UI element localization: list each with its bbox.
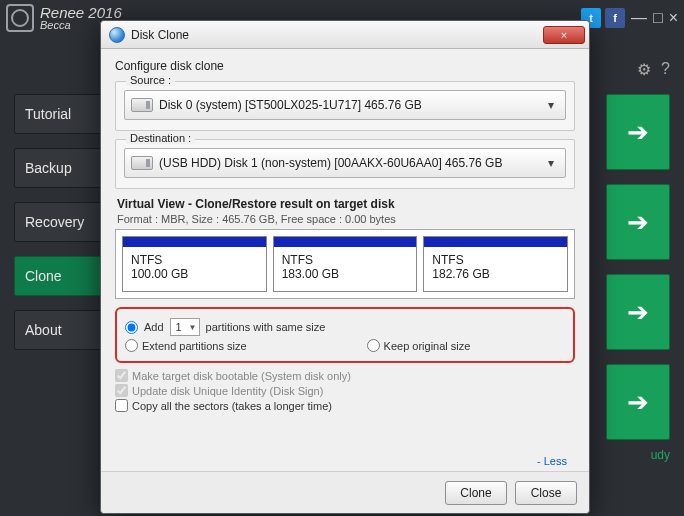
option-extend-radio[interactable] [125, 339, 138, 352]
dialog-close-button[interactable]: × [543, 26, 585, 44]
sidebar: Tutorial Backup Recovery Clone About [14, 94, 104, 350]
top-icons: ⚙ ? [637, 60, 670, 79]
source-legend: Source : [126, 74, 175, 86]
dialog-subtitle: Configure disk clone [115, 59, 575, 73]
sidebar-item-clone[interactable]: Clone [14, 256, 104, 296]
partition-box: NTFS 100.00 GB [122, 236, 267, 292]
checkbox-block: Make target disk bootable (System disk o… [115, 369, 575, 412]
facebook-icon[interactable]: f [605, 8, 625, 28]
virtual-view-title: Virtual View - Clone/Restore result on t… [117, 197, 575, 211]
gear-icon[interactable]: ⚙ [637, 60, 651, 79]
option-keep-label: Keep original size [384, 340, 471, 352]
sidebar-item-recovery[interactable]: Recovery [14, 202, 104, 242]
dialog-body: Configure disk clone Source : Disk 0 (sy… [101, 49, 589, 471]
partition-colorbar [424, 237, 567, 247]
maximize-button[interactable]: □ [653, 9, 663, 27]
hdd-icon [131, 98, 153, 112]
clone-button[interactable]: Clone [445, 481, 507, 505]
checkbox-sectors[interactable] [115, 399, 128, 412]
partition-size: 100.00 GB [131, 267, 258, 281]
option-add-post: partitions with same size [206, 321, 326, 333]
source-disk-combo[interactable]: Disk 0 (system) [ST500LX025-1U717] 465.7… [124, 90, 566, 120]
hdd-icon [131, 156, 153, 170]
less-link[interactable]: - Less [537, 455, 567, 467]
sidebar-item-tutorial[interactable]: Tutorial [14, 94, 104, 134]
option-keep-radio[interactable] [367, 339, 380, 352]
arrow-button-4[interactable]: ➔ [606, 364, 670, 440]
dialog-footer: Clone Close [101, 471, 589, 513]
sidebar-item-label: Clone [25, 268, 62, 284]
app-close-button[interactable]: × [669, 9, 678, 27]
app-title-main: Renee 2016 [40, 5, 122, 20]
bottom-hint: udy [651, 448, 670, 462]
app-logo-icon [6, 4, 34, 32]
checkbox-uid [115, 384, 128, 397]
option-add-radio[interactable] [125, 321, 138, 334]
action-arrow-column: ➔ ➔ ➔ ➔ [606, 94, 670, 440]
checkbox-uid-row: Update disk Unique Identity (Disk Sign) [115, 384, 575, 397]
checkbox-bootable-row: Make target disk bootable (System disk o… [115, 369, 575, 382]
checkbox-bootable [115, 369, 128, 382]
sidebar-item-backup[interactable]: Backup [14, 148, 104, 188]
destination-disk-text: (USB HDD) Disk 1 (non-system) [00AAKX-60… [159, 156, 543, 170]
dialog-title: Disk Clone [131, 28, 189, 42]
checkbox-sectors-row: Copy all the sectors (takes a longer tim… [115, 399, 575, 412]
checkbox-uid-label: Update disk Unique Identity (Disk Sign) [132, 385, 323, 397]
sidebar-item-about[interactable]: About [14, 310, 104, 350]
option-row-2: Extend partitions size Keep original siz… [125, 339, 565, 352]
destination-group: Destination : (USB HDD) Disk 1 (non-syst… [115, 139, 575, 189]
chevron-down-icon: ▾ [543, 156, 559, 170]
option-extend-label: Extend partitions size [142, 340, 247, 352]
checkbox-bootable-label: Make target disk bootable (System disk o… [132, 370, 351, 382]
minimize-button[interactable]: — [631, 9, 647, 27]
partition-size: 182.76 GB [432, 267, 559, 281]
source-disk-text: Disk 0 (system) [ST500LX025-1U717] 465.7… [159, 98, 543, 112]
sidebar-item-label: Backup [25, 160, 72, 176]
partition-type: NTFS [282, 253, 409, 267]
source-group: Source : Disk 0 (system) [ST500LX025-1U7… [115, 81, 575, 131]
sidebar-item-label: Recovery [25, 214, 84, 230]
option-add-pre: Add [144, 321, 164, 333]
arrow-button-1[interactable]: ➔ [606, 94, 670, 170]
virtual-view-panel: NTFS 100.00 GB NTFS 183.00 GB NTFS 182.7… [115, 229, 575, 299]
disk-clone-dialog: Disk Clone × Configure disk clone Source… [100, 20, 590, 514]
chevron-down-icon: ▼ [187, 323, 199, 332]
partition-type: NTFS [432, 253, 559, 267]
sidebar-item-label: About [25, 322, 62, 338]
options-box: Add 1 ▼ partitions with same size Extend… [115, 307, 575, 363]
arrow-button-2[interactable]: ➔ [606, 184, 670, 260]
partition-box: NTFS 182.76 GB [423, 236, 568, 292]
partition-colorbar [274, 237, 417, 247]
add-count-value: 1 [171, 321, 187, 333]
partition-box: NTFS 183.00 GB [273, 236, 418, 292]
help-icon[interactable]: ? [661, 60, 670, 79]
dialog-icon [109, 27, 125, 43]
virtual-view-format: Format : MBR, Size : 465.76 GB, Free spa… [117, 213, 575, 225]
partition-type: NTFS [131, 253, 258, 267]
partition-size: 183.00 GB [282, 267, 409, 281]
close-button[interactable]: Close [515, 481, 577, 505]
chevron-down-icon: ▾ [543, 98, 559, 112]
add-count-spinner[interactable]: 1 ▼ [170, 318, 200, 336]
option-add-row: Add 1 ▼ partitions with same size [125, 318, 565, 336]
checkbox-sectors-label: Copy all the sectors (takes a longer tim… [132, 400, 332, 412]
destination-legend: Destination : [126, 132, 195, 144]
dialog-titlebar: Disk Clone × [101, 21, 589, 49]
sidebar-item-label: Tutorial [25, 106, 71, 122]
arrow-button-3[interactable]: ➔ [606, 274, 670, 350]
partition-colorbar [123, 237, 266, 247]
destination-disk-combo[interactable]: (USB HDD) Disk 1 (non-system) [00AAKX-60… [124, 148, 566, 178]
